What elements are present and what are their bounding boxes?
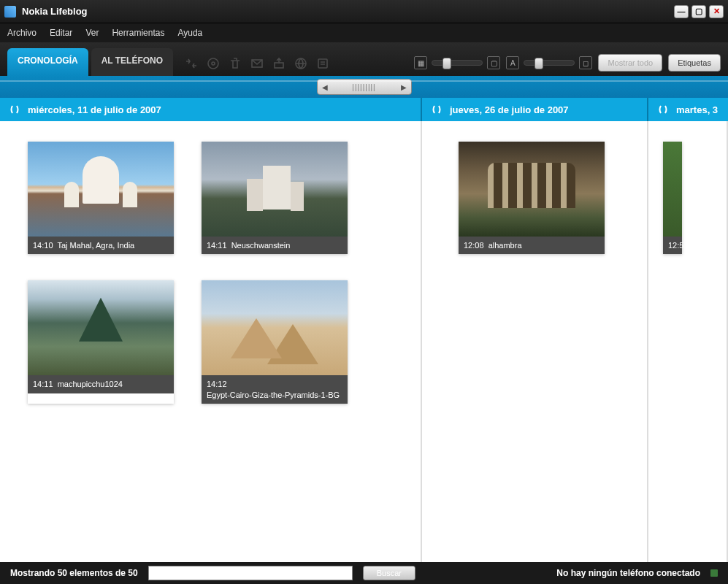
tab-cronologia[interactable]: CRONOLOGÍA [7,48,88,76]
close-button[interactable]: ✕ [709,5,724,18]
large-grid-icon[interactable]: ▢ [487,56,500,69]
menu-archivo[interactable]: Archivo [7,28,37,38]
date-label-3: martes, 3 [676,104,718,115]
status-count: Mostrando 50 elementos de 50 [10,568,138,578]
menu-herramientas[interactable]: Herramientas [112,28,164,38]
timeline-strip[interactable]: ◀ ||||||||| ▶ [0,76,728,98]
photo-thumb-partial[interactable]: 12:5 [663,142,682,254]
slider-right-arrow-icon[interactable]: ▶ [401,83,407,91]
photo-thumb-castle[interactable]: 14:11 Neuschwanstein [202,142,348,254]
day-column-1: 14:10 Taj Mahal, Agra, India 14:11 Neusc… [0,121,422,562]
app-icon [4,6,16,18]
photo-image [459,142,605,237]
date-divider-icon [657,104,669,115]
title-bar: Nokia Lifeblog — ▢ ✕ [0,0,728,23]
photo-thumb-alhambra[interactable]: 12:08 alhambra [459,142,605,254]
text-slider-group: A ◻ [506,56,592,69]
photo-thumb-machu[interactable]: 14:11 machupicchu1024 [28,280,174,404]
svg-rect-5 [318,59,327,68]
photo-caption: 12:5 [663,237,682,254]
menu-ver[interactable]: Ver [85,28,99,38]
photo-thumb-taj[interactable]: 14:10 Taj Mahal, Agra, India [28,142,174,254]
photo-image [202,280,348,375]
svg-point-1 [212,62,215,65]
date-column-2: jueves, 26 de julio de 2007 [422,98,648,121]
large-text-icon[interactable]: ◻ [579,56,592,69]
status-phone: No hay ningún teléfono conectado [556,568,700,578]
zoom-slider[interactable] [432,60,483,66]
day-column-2: 12:08 alhambra [422,121,648,562]
menu-editar[interactable]: Editar [50,28,72,38]
text-slider[interactable] [524,60,575,66]
status-bar: Mostrando 50 elementos de 50 Buscar No h… [0,562,728,584]
slider-left-arrow-icon[interactable]: ◀ [322,83,328,91]
date-bar: miércoles, 11 de julio de 2007 jueves, 2… [0,98,728,121]
photo-caption: 14:12Egypt-Cairo-Giza-the-Pyramids-1-BG [202,375,348,404]
content-area: 14:10 Taj Mahal, Agra, India 14:11 Neusc… [0,121,728,562]
minimize-button[interactable]: — [674,5,689,18]
trash-icon[interactable] [227,55,243,72]
mail-icon[interactable] [249,55,265,72]
photo-thumb-pyramid[interactable]: 14:12Egypt-Cairo-Giza-the-Pyramids-1-BG [202,280,348,404]
export-icon[interactable] [271,55,287,72]
photo-caption: 14:10 Taj Mahal, Agra, India [28,237,174,254]
globe-icon[interactable] [293,55,309,72]
photo-caption: 12:08 alhambra [459,237,605,254]
date-divider-icon [9,104,20,115]
search-input[interactable] [148,566,353,580]
toolbar: CRONOLOGÍA AL TELÉFONO ▦ ▢ A ◻ Mostrar t… [0,42,728,76]
day-column-3: 12:5 [648,121,728,562]
photo-image [28,142,174,237]
photo-image [202,142,348,237]
window-title: Nokia Lifeblog [22,6,674,17]
svg-point-0 [208,58,218,69]
note-icon[interactable] [315,55,331,72]
maximize-button[interactable]: ▢ [691,5,706,18]
mostrar-todo-button[interactable]: Mostrar todo [598,54,662,72]
small-text-icon[interactable]: A [506,56,519,69]
etiquetas-button[interactable]: Etiquetas [668,54,721,72]
photo-image [28,280,174,375]
date-label-1: miércoles, 11 de julio de 2007 [28,104,161,115]
photo-caption: 14:11 Neuschwanstein [202,237,348,254]
date-label-2: jueves, 26 de julio de 2007 [450,104,569,115]
date-column-1: miércoles, 11 de julio de 2007 [0,98,422,121]
photo-caption: 14:11 machupicchu1024 [28,375,174,393]
tab-al-telefono[interactable]: AL TELÉFONO [91,48,173,76]
search-button[interactable]: Buscar [363,566,415,580]
menu-ayuda[interactable]: Ayuda [177,28,202,38]
small-grid-icon[interactable]: ▦ [414,56,427,69]
status-indicator-icon [710,569,718,577]
menu-bar: Archivo Editar Ver Herramientas Ayuda [0,23,728,42]
sync-icon[interactable] [183,55,199,72]
timeline-slider[interactable]: ◀ ||||||||| ▶ [317,79,412,95]
toolbar-icons [183,55,331,76]
photo-image [663,142,682,237]
svg-rect-3 [275,63,283,68]
date-divider-icon [431,104,442,115]
date-column-3: martes, 3 [648,98,728,121]
zoom-slider-group: ▦ ▢ [414,56,500,69]
slider-grip-icon[interactable]: ||||||||| [328,83,401,91]
cd-icon[interactable] [205,55,221,72]
